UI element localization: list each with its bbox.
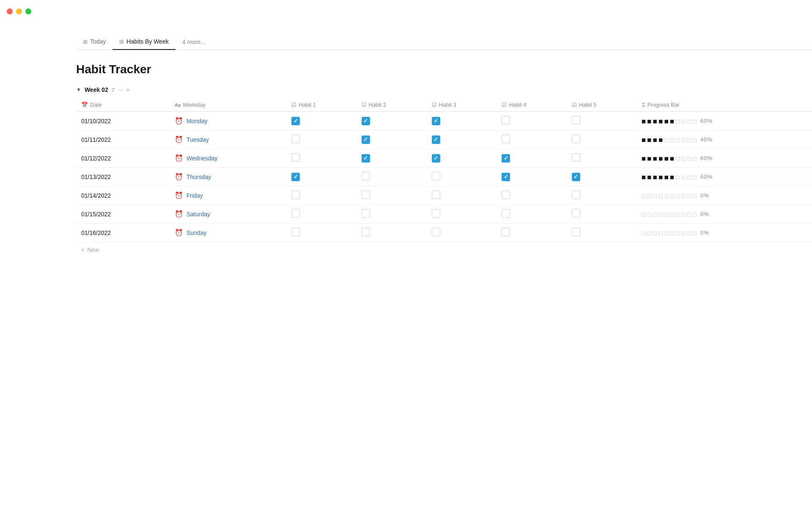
cell-habit5-1[interactable] xyxy=(567,130,637,149)
cell-habit1-3[interactable] xyxy=(286,168,357,186)
cell-habit3-3[interactable] xyxy=(427,168,497,186)
checkbox-habit1-1[interactable] xyxy=(291,135,300,143)
checkbox-habit3-3[interactable] xyxy=(432,172,440,180)
cell-habit1-1[interactable] xyxy=(286,130,357,149)
group-options-button[interactable]: ··· xyxy=(118,86,123,93)
tab-habits-by-week[interactable]: ⊞ Habits By Week xyxy=(112,34,175,50)
checkbox-habit5-2[interactable] xyxy=(572,153,580,162)
progress-filled-block: ■ xyxy=(664,155,668,162)
minimize-button[interactable] xyxy=(16,8,22,14)
cell-habit4-3[interactable] xyxy=(497,168,567,186)
checkbox-habit5-3[interactable] xyxy=(572,173,580,181)
progress-empty-block: □ xyxy=(682,174,686,180)
checkbox-habit5-6[interactable] xyxy=(572,228,580,236)
checkbox-habit5-4[interactable] xyxy=(572,190,580,199)
cell-habit1-4[interactable] xyxy=(286,186,357,205)
cell-habit3-1[interactable] xyxy=(427,130,497,149)
checkbox-habit1-6[interactable] xyxy=(291,228,300,236)
checkbox-habit1-5[interactable] xyxy=(291,209,300,218)
new-row-button[interactable]: + New xyxy=(76,242,812,257)
progress-empty-block: □ xyxy=(676,174,680,180)
checkbox-habit3-4[interactable] xyxy=(432,190,440,199)
today-tab-label: Today xyxy=(90,38,106,45)
cell-habit5-2[interactable] xyxy=(567,149,637,168)
cell-habit5-0[interactable] xyxy=(567,112,637,130)
progress-empty-block: □ xyxy=(682,136,686,143)
more-tabs[interactable]: 4 more... xyxy=(176,34,212,50)
checkbox-habit4-3[interactable] xyxy=(502,173,510,181)
checkbox-habit4-4[interactable] xyxy=(502,190,510,199)
close-button[interactable] xyxy=(7,8,13,14)
progress-filled-block: ■ xyxy=(642,118,646,124)
progress-empty-block: □ xyxy=(664,211,668,218)
checkbox-habit5-1[interactable] xyxy=(572,135,580,143)
col-header-progress: Σ Progress Bar xyxy=(637,98,812,112)
tab-bar: ⊞ Today ⊞ Habits By Week 4 more... xyxy=(76,34,812,50)
cell-habit4-1[interactable] xyxy=(497,130,567,149)
checkbox-habit1-3[interactable] xyxy=(291,173,300,181)
cell-habit4-0[interactable] xyxy=(497,112,567,130)
cell-progress-6: □□□□□□□□□□0% xyxy=(637,224,812,242)
checkbox-habit2-2[interactable] xyxy=(362,154,370,163)
cell-habit5-3[interactable] xyxy=(567,168,637,186)
checkbox-habit1-4[interactable] xyxy=(291,190,300,199)
cell-habit3-0[interactable] xyxy=(427,112,497,130)
checkbox-habit4-6[interactable] xyxy=(502,228,510,236)
checkbox-habit2-0[interactable] xyxy=(362,117,370,125)
col-header-habit3: ☑ Habit 3 xyxy=(427,98,497,112)
cell-habit2-1[interactable] xyxy=(357,130,427,149)
checkbox-habit3-5[interactable] xyxy=(432,209,440,218)
cell-habit3-5[interactable] xyxy=(427,205,497,224)
progress-percent: 0% xyxy=(700,211,709,217)
cell-habit3-4[interactable] xyxy=(427,186,497,205)
cell-habit1-0[interactable] xyxy=(286,112,357,130)
cell-habit2-3[interactable] xyxy=(357,168,427,186)
cell-habit4-4[interactable] xyxy=(497,186,567,205)
progress-filled-block: ■ xyxy=(647,118,651,124)
cell-habit2-0[interactable] xyxy=(357,112,427,130)
checkbox-habit2-5[interactable] xyxy=(362,209,370,218)
cell-habit2-4[interactable] xyxy=(357,186,427,205)
progress-filled-block: ■ xyxy=(670,155,674,162)
checkbox-habit2-6[interactable] xyxy=(362,228,370,236)
checkbox-habit4-0[interactable] xyxy=(502,116,510,124)
checkbox-habit5-5[interactable] xyxy=(572,209,580,218)
checkbox-habit3-2[interactable] xyxy=(432,154,440,163)
cell-habit4-5[interactable] xyxy=(497,205,567,224)
checkbox-habit1-0[interactable] xyxy=(291,117,300,125)
cell-habit3-2[interactable] xyxy=(427,149,497,168)
weekday-icon: ⏰ xyxy=(175,154,183,162)
cell-date-1: 01/11/2022 xyxy=(76,130,170,149)
cell-habit4-2[interactable] xyxy=(497,149,567,168)
checkbox-habit3-1[interactable] xyxy=(432,135,440,144)
group-add-button[interactable]: + xyxy=(126,86,130,93)
cell-habit4-6[interactable] xyxy=(497,224,567,242)
cell-habit5-6[interactable] xyxy=(567,224,637,242)
checkbox-habit4-2[interactable] xyxy=(502,154,510,163)
cell-habit3-6[interactable] xyxy=(427,224,497,242)
checkbox-habit4-1[interactable] xyxy=(502,135,510,143)
checkbox-habit5-0[interactable] xyxy=(572,116,580,124)
maximize-button[interactable] xyxy=(25,8,31,14)
cell-habit5-4[interactable] xyxy=(567,186,637,205)
progress-empty-block: □ xyxy=(642,192,646,199)
checkbox-habit4-5[interactable] xyxy=(502,209,510,218)
cell-habit1-2[interactable] xyxy=(286,149,357,168)
group-toggle[interactable]: ▼ xyxy=(76,87,81,93)
checkbox-habit2-3[interactable] xyxy=(362,172,370,180)
checkbox-habit2-1[interactable] xyxy=(362,135,370,144)
progress-empty-block: □ xyxy=(682,155,686,162)
tab-today[interactable]: ⊞ Today xyxy=(76,34,112,50)
checkbox-habit3-0[interactable] xyxy=(432,117,440,125)
cell-habit2-6[interactable] xyxy=(357,224,427,242)
col-header-habit4: ☑ Habit 4 xyxy=(497,98,567,112)
cell-habit1-5[interactable] xyxy=(286,205,357,224)
cell-habit2-5[interactable] xyxy=(357,205,427,224)
checkbox-habit2-4[interactable] xyxy=(362,190,370,199)
cell-habit1-6[interactable] xyxy=(286,224,357,242)
cell-habit2-2[interactable] xyxy=(357,149,427,168)
checkbox-habit1-2[interactable] xyxy=(291,153,300,162)
cell-habit5-5[interactable] xyxy=(567,205,637,224)
page-title: Habit Tracker xyxy=(76,63,812,76)
checkbox-habit3-6[interactable] xyxy=(432,228,440,236)
